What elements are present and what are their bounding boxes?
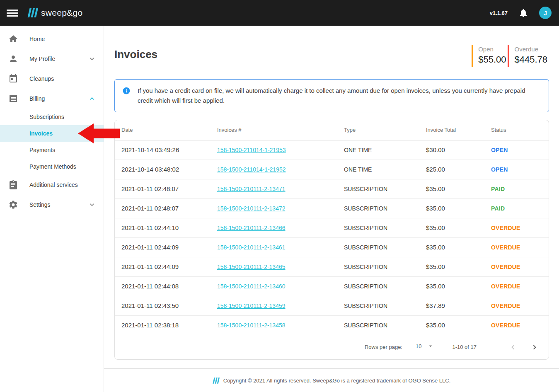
status-badge: OVERDUE <box>491 322 520 329</box>
status-badge: OVERDUE <box>491 302 520 309</box>
cell-total: $37.89 <box>426 296 491 315</box>
sidebar-item-settings[interactable]: Settings <box>0 195 104 215</box>
table-row: 2021-10-14 03:49:26 158-1500-211014-1-21… <box>115 140 549 160</box>
app-logo: sweep&go <box>27 8 82 18</box>
cell-date: 2021-01-11 02:44:09 <box>115 237 217 257</box>
home-icon <box>8 34 18 44</box>
cell-type: ONE TIME <box>344 160 426 179</box>
sidebar-item-subscriptions[interactable]: Subscriptions <box>0 109 104 125</box>
cell-total: $35.00 <box>426 237 491 257</box>
status-badge: OVERDUE <box>491 244 520 251</box>
invoice-link[interactable]: 158-1500-211014-1-21953 <box>217 147 286 153</box>
main-content: Invoices Open $55.00 Overdue $445.78 If … <box>104 26 559 392</box>
chevron-left-icon <box>508 343 518 352</box>
status-badge: OVERDUE <box>491 264 520 270</box>
sidebar-item-payments[interactable]: Payments <box>0 142 104 158</box>
previous-page-button[interactable] <box>508 342 518 352</box>
sidebar-item-label: Invoices <box>29 130 53 137</box>
status-badge: OPEN <box>491 166 508 173</box>
invoice-link[interactable]: 158-1500-210111-2-13458 <box>217 322 286 329</box>
cell-total: $35.00 <box>426 257 491 276</box>
col-header-type: Type <box>344 120 426 140</box>
invoice-link[interactable]: 158-1500-210111-2-13465 <box>217 264 286 270</box>
col-header-date: Date <box>115 120 217 140</box>
footer-logo-icon <box>213 377 220 384</box>
info-banner-text: If you have a credit card on file, we wi… <box>138 86 540 106</box>
invoice-link[interactable]: 158-1500-210111-2-13472 <box>217 205 286 212</box>
sidebar-item-label: Billing <box>29 95 45 102</box>
col-header-status: Status <box>491 120 549 140</box>
invoices-table-card: Date Invoices # Type Invoice Total Statu… <box>114 120 549 360</box>
invoice-link[interactable]: 158-1500-210111-2-13471 <box>217 186 286 192</box>
table-row: 2021-01-11 02:44:09 158-1500-210111-2-13… <box>115 257 549 276</box>
sidebar-item-label: Payments <box>29 147 55 153</box>
overdue-balance-card: Overdue $445.78 <box>508 45 549 67</box>
invoice-link[interactable]: 158-1500-210111-2-13466 <box>217 225 286 231</box>
cell-date: 2021-01-11 02:44:08 <box>115 276 217 296</box>
overdue-amount: $445.78 <box>514 54 547 65</box>
sidebar-item-label: Additional services <box>29 181 78 188</box>
info-icon <box>122 87 131 95</box>
sidebar-item-payment-methods[interactable]: Payment Methods <box>0 158 104 175</box>
calendar-icon <box>8 74 18 84</box>
sidebar-item-my-profile[interactable]: My Profile <box>0 49 104 69</box>
sidebar-item-additional-services[interactable]: Additional services <box>0 175 104 195</box>
cell-type: SUBSCRIPTION <box>344 237 426 257</box>
status-badge: PAID <box>491 205 505 212</box>
sidebar-item-home[interactable]: Home <box>0 29 104 49</box>
col-header-invoices: Invoices # <box>217 120 344 140</box>
menu-icon[interactable] <box>7 7 18 19</box>
sidebar-item-cleanups[interactable]: Cleanups <box>0 69 104 89</box>
table-row: 2021-10-14 03:48:02 158-1500-211014-1-21… <box>115 160 549 179</box>
copyright-text: Copyright © 2021 All rights reserved. Sw… <box>223 377 451 384</box>
table-row: 2021-01-11 02:44:08 158-1500-210111-2-13… <box>115 276 549 296</box>
sidebar-item-billing[interactable]: Billing <box>0 89 104 109</box>
invoice-link[interactable]: 158-1500-211014-1-21952 <box>217 166 286 173</box>
status-badge: PAID <box>491 186 505 192</box>
pagination-range-label: 1-10 of 17 <box>452 344 477 350</box>
cell-total: $30.00 <box>426 140 491 160</box>
cell-date: 2021-01-11 02:38:18 <box>115 315 217 335</box>
top-bar: sweep&go v1.1.67 J <box>0 0 559 26</box>
open-balance-card: Open $55.00 <box>472 45 508 67</box>
status-badge: OPEN <box>491 147 508 153</box>
rows-per-page-label: Rows per page: <box>365 344 402 350</box>
balance-summary: Open $55.00 Overdue $445.78 <box>472 45 549 67</box>
footer: Copyright © 2021 All rights reserved. Sw… <box>104 368 559 392</box>
invoice-link[interactable]: 158-1500-210111-2-13460 <box>217 283 286 290</box>
cell-type: ONE TIME <box>344 140 426 160</box>
sidebar-item-label: Subscriptions <box>29 114 64 120</box>
sidebar-item-label: Settings <box>29 201 51 208</box>
invoice-link[interactable]: 158-1500-210111-2-13461 <box>217 244 286 251</box>
user-avatar[interactable]: J <box>539 7 552 19</box>
sidebar-item-invoices[interactable]: Invoices <box>0 125 104 142</box>
logo-slashes-icon <box>27 8 38 17</box>
table-row: 2021-01-11 02:48:07 158-1500-210111-2-13… <box>115 198 549 218</box>
cell-date: 2021-01-11 02:44:10 <box>115 218 217 237</box>
cell-total: $35.00 <box>426 198 491 218</box>
sidebar-item-label: Cleanups <box>29 75 54 82</box>
status-badge: OVERDUE <box>491 225 520 231</box>
cell-date: 2021-01-11 02:44:09 <box>115 257 217 276</box>
next-page-button[interactable] <box>530 342 540 352</box>
caret-down-icon <box>427 343 434 349</box>
open-amount: $55.00 <box>478 54 506 65</box>
status-badge: OVERDUE <box>491 283 520 290</box>
rows-per-page-select[interactable]: 10 <box>415 342 435 352</box>
notifications-bell-icon[interactable] <box>518 8 528 18</box>
table-row: 2021-01-11 02:44:10 158-1500-210111-2-13… <box>115 218 549 237</box>
cell-date: 2021-10-14 03:49:26 <box>115 140 217 160</box>
table-row: 2021-01-11 02:38:18 158-1500-210111-2-13… <box>115 315 549 335</box>
cell-total: $35.00 <box>426 315 491 335</box>
invoice-link[interactable]: 158-1500-210111-2-13459 <box>217 302 286 309</box>
overdue-label: Overdue <box>514 46 547 53</box>
gear-icon <box>8 200 18 210</box>
cell-total: $35.00 <box>426 218 491 237</box>
brand-name: sweep&go <box>41 8 82 18</box>
cell-type: SUBSCRIPTION <box>344 296 426 315</box>
table-row: 2021-01-11 02:48:07 158-1500-210111-2-13… <box>115 179 549 198</box>
sidebar-item-label: Payment Methods <box>29 163 76 170</box>
cell-type: SUBSCRIPTION <box>344 315 426 335</box>
col-header-invoice-total: Invoice Total <box>426 120 491 140</box>
chevron-right-icon <box>530 343 539 352</box>
